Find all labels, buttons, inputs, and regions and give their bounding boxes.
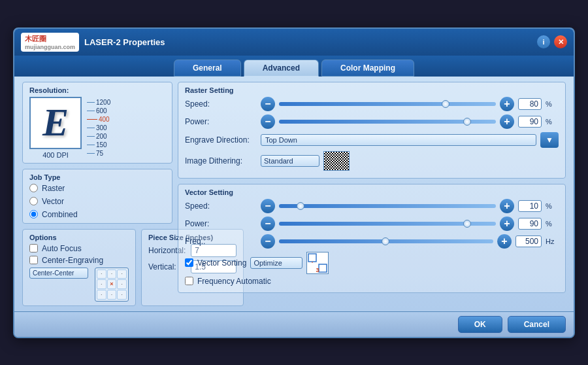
center-engraving-option[interactable]: Center-Engraving xyxy=(29,256,129,265)
options-label: Options xyxy=(29,234,129,241)
vector-freq-value[interactable] xyxy=(515,235,542,247)
raster-power-plus[interactable]: + xyxy=(500,114,514,129)
vector-freq-unit: Hz xyxy=(546,237,559,245)
vector-power-minus[interactable]: − xyxy=(261,217,275,231)
vector-speed-track xyxy=(279,204,496,208)
position-widget: · · · · × · · · · xyxy=(95,268,129,302)
ruler-mark-150: 150 xyxy=(87,141,110,148)
raster-power-track xyxy=(279,120,496,124)
pos-bl[interactable]: · xyxy=(97,290,106,300)
engrave-direction-row: Engrave Direction: Top Down Bottom Up Le… xyxy=(185,132,559,148)
close-button[interactable]: ✕ xyxy=(554,35,567,48)
raster-power-row: Power: − + % xyxy=(185,114,559,129)
right-panel: Raster Setting Speed: − + % P xyxy=(178,82,566,306)
window-title: LASER-2 Properties xyxy=(84,37,165,47)
raster-speed-value[interactable] xyxy=(518,98,542,110)
freq-auto-option[interactable]: Frequency Automatic xyxy=(185,277,271,286)
ruler-marks: 1200 600 400 300 xyxy=(87,99,110,157)
ok-button[interactable]: OK xyxy=(458,316,502,333)
vector-freq-thumb xyxy=(382,237,389,245)
autofocus-option[interactable]: Auto Focus xyxy=(29,244,129,253)
center-engraving-checkbox[interactable] xyxy=(29,256,38,264)
logo-box: 木匠圈 mujiangguan.com xyxy=(21,33,79,52)
ruler-mark-400[interactable]: 400 xyxy=(87,116,110,123)
pos-tc[interactable]: · xyxy=(107,269,117,279)
raster-power-minus[interactable]: − xyxy=(261,114,275,129)
vector-speed-label: Speed: xyxy=(185,201,257,211)
vector-sorting-label: Vector Sorting xyxy=(197,258,246,268)
center-dropdown-wrap: Center-Center Top-Left Top-Right xyxy=(29,268,88,279)
raster-speed-label: Speed: xyxy=(185,99,257,109)
ruler-mark-300: 300 xyxy=(87,124,110,131)
job-type-radio-group: Raster Vector Combined xyxy=(29,184,165,219)
radio-combined-input[interactable] xyxy=(29,210,38,218)
ruler-mark-200: 200 xyxy=(87,133,110,140)
center-dropdown[interactable]: Center-Center Top-Left Top-Right xyxy=(29,268,88,279)
options-bottom-row: Center-Center Top-Left Top-Right · · xyxy=(29,268,129,302)
raster-power-label: Power: xyxy=(185,117,257,126)
raster-power-value[interactable] xyxy=(518,116,542,128)
vector-speed-plus[interactable]: + xyxy=(500,199,514,213)
radio-vector-input[interactable] xyxy=(29,197,38,205)
options-dropdown-wrap: Center-Center Top-Left Top-Right xyxy=(29,268,88,279)
vector-sorting-option[interactable]: Vector Sorting xyxy=(185,258,246,268)
pos-mr[interactable]: · xyxy=(117,279,127,289)
ruler-mark-75: 75 xyxy=(87,150,110,157)
engrave-direction-select[interactable]: Top Down Bottom Up Left Right Right Left xyxy=(261,134,536,146)
vector-sorting-select[interactable]: Optimize Speed Normal xyxy=(250,257,302,269)
engrave-direction-dropdown-btn[interactable]: ▼ xyxy=(540,132,559,148)
raster-speed-track xyxy=(279,102,496,106)
vector-freq-track xyxy=(279,239,493,243)
radio-combined-label: Combined xyxy=(42,210,78,219)
raster-speed-thumb xyxy=(442,100,449,108)
vector-speed-minus[interactable]: − xyxy=(261,199,275,213)
radio-raster[interactable]: Raster xyxy=(29,184,165,193)
vector-freq-minus[interactable]: − xyxy=(261,234,275,249)
info-button[interactable]: i xyxy=(537,35,550,48)
ruler-mark-600: 600 xyxy=(87,107,110,114)
options-section: Options Auto Focus Center-Engraving xyxy=(22,229,136,306)
radio-raster-label: Raster xyxy=(42,184,65,193)
vector-sorting-row: Vector Sorting Optimize Speed Normal xyxy=(185,252,559,274)
radio-combined[interactable]: Combined xyxy=(29,210,165,219)
autofocus-checkbox[interactable] xyxy=(29,244,38,252)
image-dithering-row: Image Dithering: Standard Jarvis Stucki … xyxy=(185,151,559,171)
pos-tr[interactable]: · xyxy=(117,269,127,279)
tabs-bar: General Advanced Color Mapping xyxy=(14,56,574,77)
pos-br[interactable]: · xyxy=(117,290,127,300)
main-grid: Resolution: E 400 DPI 1200 xyxy=(22,82,566,306)
vector-sorting-checkbox[interactable] xyxy=(185,258,193,267)
frequency-automatic-row: Frequency Automatic xyxy=(185,277,559,286)
letter-preview: E xyxy=(29,97,82,149)
tab-advanced[interactable]: Advanced xyxy=(244,60,319,77)
vector-power-plus[interactable]: + xyxy=(500,217,514,231)
raster-speed-row: Speed: − + % xyxy=(185,97,559,111)
resolution-section: Resolution: E 400 DPI 1200 xyxy=(22,82,172,164)
cancel-button[interactable]: Cancel xyxy=(508,316,566,333)
pos-bc[interactable]: · xyxy=(107,290,117,300)
vector-freq-plus[interactable]: + xyxy=(497,234,512,249)
title-bar-right: i ✕ xyxy=(537,35,567,48)
freq-auto-checkbox[interactable] xyxy=(185,277,193,285)
raster-speed-minus[interactable]: − xyxy=(261,97,275,111)
image-dithering-select[interactable]: Standard Jarvis Stucki Floyd xyxy=(261,155,319,167)
options-piecsize-row: Options Auto Focus Center-Engraving xyxy=(22,229,172,306)
pos-mc[interactable]: × xyxy=(107,279,117,289)
raster-power-thumb xyxy=(463,118,471,126)
tab-color-mapping[interactable]: Color Mapping xyxy=(321,60,414,77)
vector-setting-label: Vector Setting xyxy=(185,188,559,196)
pos-tl[interactable]: · xyxy=(97,269,106,279)
main-content: Resolution: E 400 DPI 1200 xyxy=(14,77,574,311)
pos-ml[interactable]: · xyxy=(97,279,106,289)
left-panel: Resolution: E 400 DPI 1200 xyxy=(22,82,172,306)
radio-raster-input[interactable] xyxy=(29,184,38,192)
radio-vector[interactable]: Vector xyxy=(29,197,165,206)
logo-text: 木匠圈 xyxy=(25,34,75,44)
raster-speed-plus[interactable]: + xyxy=(500,97,514,111)
vector-speed-unit: % xyxy=(546,202,559,210)
vector-speed-thumb xyxy=(297,202,304,210)
vector-speed-value[interactable] xyxy=(518,200,542,212)
vector-power-value[interactable] xyxy=(518,218,542,230)
tab-general[interactable]: General xyxy=(174,60,241,77)
logo-sub: mujiangguan.com xyxy=(25,44,75,50)
